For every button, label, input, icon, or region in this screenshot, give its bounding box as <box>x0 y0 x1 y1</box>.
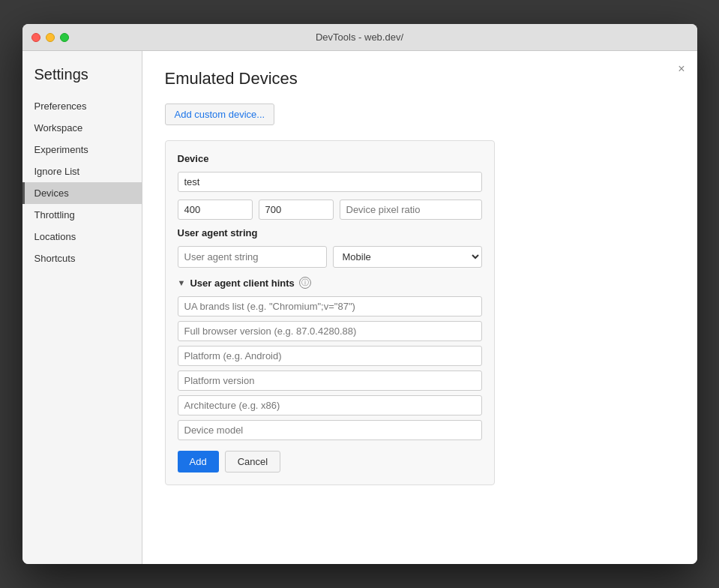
device-height-input[interactable] <box>259 200 334 220</box>
sidebar-item-workspace[interactable]: Workspace <box>22 117 142 139</box>
sidebar-item-locations[interactable]: Locations <box>22 226 142 248</box>
window-body: Settings Preferences Workspace Experimen… <box>22 51 697 564</box>
ua-string-input[interactable] <box>178 246 327 268</box>
close-button[interactable]: × <box>678 63 685 75</box>
ua-type-select[interactable]: Mobile Desktop Custom <box>333 246 482 268</box>
device-pixel-ratio-input[interactable] <box>340 200 482 220</box>
hints-section-row: ▼ User agent client hints ⓘ <box>178 277 482 289</box>
device-model-input[interactable] <box>178 420 482 440</box>
sidebar-item-throttling[interactable]: Throttling <box>22 204 142 226</box>
close-window-button[interactable] <box>31 33 40 42</box>
traffic-lights <box>31 33 69 42</box>
minimize-window-button[interactable] <box>46 33 55 42</box>
add-button[interactable]: Add <box>178 451 219 472</box>
ua-string-row: Mobile Desktop Custom <box>178 246 482 268</box>
sidebar-item-shortcuts[interactable]: Shortcuts <box>22 248 142 269</box>
collapse-icon[interactable]: ▼ <box>178 278 186 287</box>
device-dimensions-row <box>178 200 482 220</box>
device-name-row <box>178 172 482 192</box>
full-browser-version-input[interactable] <box>178 321 482 341</box>
page-title: Emulated Devices <box>165 69 675 88</box>
platform-input[interactable] <box>178 346 482 366</box>
main-content: × Emulated Devices Add custom device... … <box>142 51 697 564</box>
device-section-label: Device <box>178 153 482 164</box>
sidebar: Settings Preferences Workspace Experimen… <box>22 51 142 564</box>
cancel-button[interactable]: Cancel <box>225 451 280 472</box>
sidebar-item-experiments[interactable]: Experiments <box>22 139 142 160</box>
device-form: Device User agent string Mobile Desktop <box>165 140 495 485</box>
hints-section-label: User agent client hints <box>190 278 294 289</box>
titlebar: DevTools - web.dev/ <box>22 24 697 51</box>
ua-section-label: User agent string <box>178 227 482 238</box>
sidebar-heading: Settings <box>22 66 142 95</box>
sidebar-item-ignore-list[interactable]: Ignore List <box>22 160 142 182</box>
device-name-input[interactable] <box>178 172 482 192</box>
form-actions: Add Cancel <box>178 451 482 472</box>
add-custom-device-button[interactable]: Add custom device... <box>165 104 275 125</box>
info-icon[interactable]: ⓘ <box>299 277 311 289</box>
sidebar-item-devices[interactable]: Devices <box>22 182 142 204</box>
platform-version-input[interactable] <box>178 370 482 391</box>
device-width-input[interactable] <box>178 200 253 220</box>
architecture-input[interactable] <box>178 395 482 416</box>
maximize-window-button[interactable] <box>60 33 69 42</box>
hints-inputs <box>178 296 482 440</box>
sidebar-item-preferences[interactable]: Preferences <box>22 95 142 117</box>
window-title: DevTools - web.dev/ <box>316 32 403 43</box>
app-window: DevTools - web.dev/ Settings Preferences… <box>22 24 697 564</box>
ua-brands-input[interactable] <box>178 296 482 316</box>
